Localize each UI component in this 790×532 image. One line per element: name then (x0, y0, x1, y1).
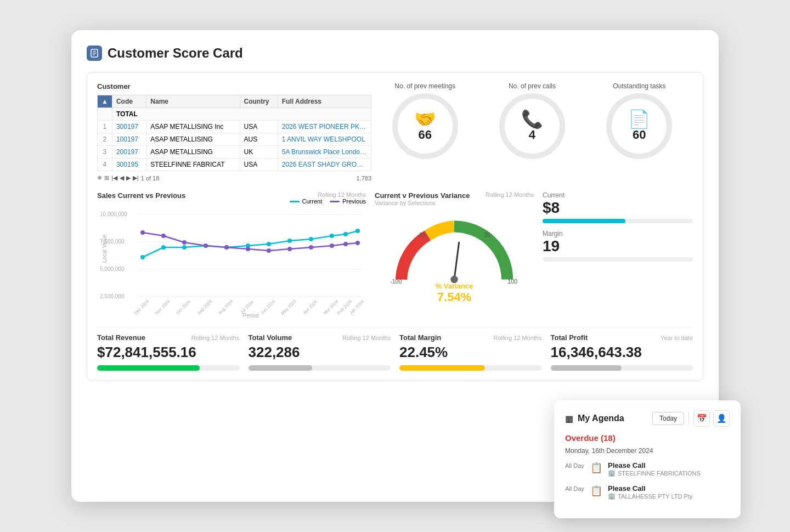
svg-point-31 (267, 248, 271, 253)
agenda-header-icon: ▦ (565, 414, 573, 424)
chart-legend: Current Previous (290, 198, 366, 205)
variance-header: Current v Previous Variance Variance by … (375, 191, 534, 206)
svg-point-20 (287, 239, 292, 243)
nav-last[interactable]: ▶| (133, 174, 139, 182)
row-num: 4 (98, 159, 112, 171)
main-card: Customer Score Card Customer ▲ Code Name… (71, 30, 719, 502)
bottom-progress-track (551, 365, 693, 371)
margin-value: 19 (543, 237, 693, 255)
current-metric-row: Current $8 (543, 191, 693, 223)
bottom-metric: Total Volume Rolling 12 Months 322,286 (249, 333, 391, 371)
meetings-icon: 🤝 (414, 110, 436, 128)
chart-area: 10,000,000 7,500,000 5,000,000 2,500,000… (97, 208, 366, 318)
today-button[interactable]: Today (652, 412, 684, 425)
svg-text:Sep 2024: Sep 2024 (196, 299, 213, 316)
legend-current: Current (290, 198, 323, 205)
row-code[interactable]: 200197 (112, 146, 146, 159)
svg-text:Oct 2024: Oct 2024 (176, 299, 192, 315)
bottom-metric-header: Total Profit Year to date (551, 333, 693, 342)
col-country: Country (240, 95, 278, 108)
grid-icon[interactable]: ⊞ (104, 174, 109, 182)
row-address[interactable]: 2026 WEST PIONEER PKWY (278, 121, 371, 133)
svg-point-30 (246, 247, 250, 251)
agenda-date: Monday, 16th December 2024 (565, 447, 730, 455)
row-code[interactable]: 300195 (112, 159, 146, 171)
bottom-metric-period: Rolling 12 Months (191, 335, 239, 341)
nav-prev[interactable]: ◀ (120, 174, 124, 182)
tasks-icon: 📄 (628, 110, 650, 128)
svg-point-32 (287, 247, 292, 251)
total-row: TOTAL (98, 108, 371, 121)
bottom-metric-period: Year to date (661, 335, 693, 341)
row-name: ASAP METALLISING (146, 146, 240, 159)
bottom-metric: Total Profit Year to date 16,346,643.38 (551, 333, 693, 371)
row-address[interactable]: 1 ANVIL WAY WELSHPOOL (278, 133, 371, 146)
svg-text:-100: -100 (390, 278, 402, 285)
svg-text:Period: Period (243, 313, 259, 318)
bottom-progress-track (97, 365, 240, 371)
bottom-progress-fill (249, 365, 313, 371)
agenda-item-content: Please Call 🏢 TALLAHESSE PTY LTD Pty (608, 484, 692, 500)
nav-first[interactable]: |◀ (111, 174, 117, 182)
building-icon: 🏢 (608, 493, 616, 500)
chart-title: Sales Current vs Previous (97, 191, 185, 200)
person-icon-btn[interactable]: 👤 (713, 410, 730, 427)
svg-point-19 (267, 242, 271, 246)
filter-icon[interactable]: ❄ (97, 174, 102, 182)
variance-subtitle: Variance by Selections (375, 200, 470, 206)
bottom-metric-header: Total Margin Rolling 12 Months (399, 333, 542, 342)
row-code[interactable]: 300197 (112, 121, 146, 133)
calendar-icon-btn[interactable]: 📅 (693, 410, 710, 427)
calls-value: 4 (529, 128, 535, 142)
svg-text:Dec 2024: Dec 2024 (133, 299, 150, 316)
current-section: Current $8 Margin 19 (543, 191, 693, 318)
svg-text:Apr 2024: Apr 2024 (302, 299, 319, 315)
bottom-progress-track (249, 365, 391, 371)
sort-icon-col[interactable]: ▲ (98, 95, 112, 108)
svg-text:Local Value: Local Value (101, 234, 108, 263)
legend-previous: Previous (330, 198, 366, 205)
agenda-item: All Day 📋 Please Call 🏢 TALLAHESSE PTY L… (565, 484, 730, 500)
bottom-metric-title: Total Volume (249, 333, 292, 342)
customer-table: ▲ Code Name Country Full Address TOTAL (97, 95, 371, 171)
calls-icon: 📞 (521, 110, 543, 128)
row-num: 3 (98, 146, 112, 159)
building-icon: 🏢 (608, 469, 616, 477)
current-legend-label: Current (302, 198, 323, 205)
svg-text:Jun 2024: Jun 2024 (259, 299, 276, 315)
nav-next[interactable]: ▶ (126, 174, 131, 182)
row-code[interactable]: 100197 (112, 133, 146, 146)
row-address[interactable]: 2026 EAST SHADY GROVE R (278, 159, 371, 171)
col-code: Code (112, 95, 146, 108)
bottom-metric-value: $72,841,555.16 (97, 344, 240, 361)
current-progress-fill (543, 219, 625, 223)
svg-point-24 (356, 229, 360, 233)
page-header: Customer Score Card (87, 46, 703, 61)
current-legend-dot (290, 201, 300, 202)
svg-point-35 (343, 242, 348, 246)
agenda-item-sub: 🏢 TALLAHESSE PTY LTD Pty (608, 493, 692, 500)
gauge-area: -100 -35 35 100 (375, 211, 534, 304)
bottom-metric: Total Revenue Rolling 12 Months $72,841,… (97, 333, 240, 371)
bottom-progress-track (399, 365, 542, 371)
svg-text:Nov 2024: Nov 2024 (154, 299, 171, 316)
variance-period: Rolling 12 Months (486, 191, 534, 198)
meetings-value: 66 (418, 128, 431, 142)
svg-text:100: 100 (507, 278, 517, 285)
overdue-label: Overdue (18) (565, 433, 730, 443)
row-num: 1 (98, 121, 112, 133)
margin-metric-row: Margin 19 (543, 230, 693, 262)
svg-text:10,000,000: 10,000,000 (100, 211, 127, 217)
table-footer: ❄ ⊞ |◀ ◀ ▶ ▶| 1 of 18 1,783 (97, 174, 371, 182)
svg-point-36 (356, 241, 360, 245)
row-name: ASAP METALLISING (146, 133, 240, 146)
variance-wrap: Current v Previous Variance Variance by … (375, 191, 534, 318)
previous-legend-dot (330, 201, 340, 202)
table-row: 1 300197 ASAP METALLISING Inc USA 2026 W… (98, 121, 371, 133)
margin-progress-track (543, 257, 693, 262)
chart-header: Sales Current vs Previous Rolling 12 Mon… (97, 191, 366, 205)
svg-point-22 (330, 234, 334, 238)
svg-point-21 (309, 237, 313, 241)
row-address[interactable]: 5A Brunswick Place London U (278, 146, 371, 159)
svg-point-26 (161, 234, 166, 238)
